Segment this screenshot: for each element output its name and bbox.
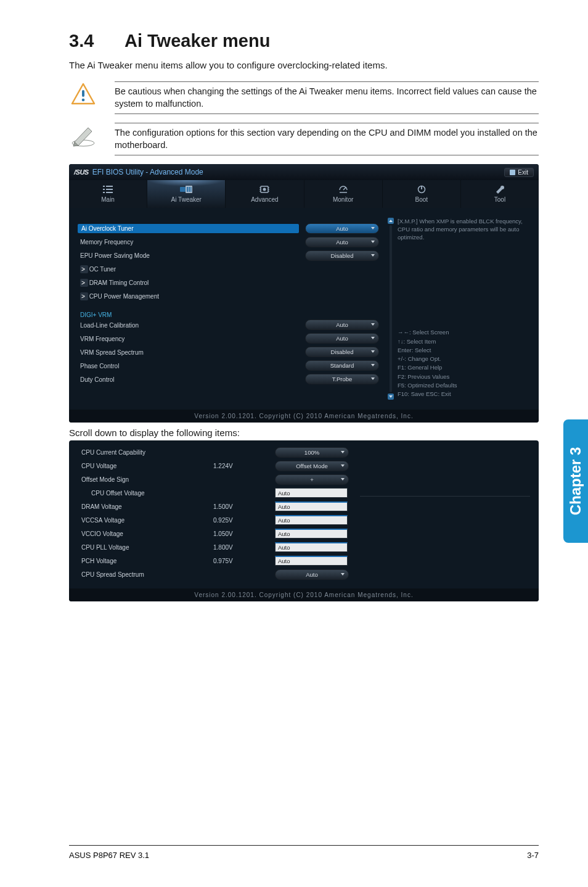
row-offset-sign[interactable]: Offset Mode Sign	[78, 476, 213, 483]
row-mem-freq[interactable]: Memory Frequency	[78, 239, 299, 245]
val-ai-overclock[interactable]: Auto	[305, 223, 379, 234]
svg-marker-29	[389, 220, 393, 222]
svg-rect-10	[103, 192, 105, 193]
svg-point-18	[263, 188, 266, 191]
tab-main-label: Main	[69, 196, 147, 203]
val-epu[interactable]: Disabled	[305, 250, 379, 261]
val-offset-sign[interactable]: +	[275, 474, 349, 485]
form-area: Ai Overclock Tuner Memory Frequency EPU …	[78, 215, 299, 398]
tab-main[interactable]: Main	[69, 180, 147, 208]
tool-icon	[461, 184, 539, 195]
bios-footer-2: Version 2.00.1201. Copyright (C) 2010 Am…	[69, 588, 539, 601]
scroll-caption: Scroll down to display the following ite…	[69, 427, 539, 438]
pencil-icon	[69, 123, 97, 147]
row-duty[interactable]: Duty Control	[78, 376, 299, 383]
divider	[360, 496, 530, 497]
val-mem-freq[interactable]: Auto	[305, 237, 379, 247]
caution-text: Be cautious when changing the settings o…	[115, 81, 539, 114]
row-cpu-cc[interactable]: CPU Current Capability	[78, 449, 213, 456]
intro-text: The Ai Tweaker menu items allow you to c…	[69, 60, 539, 70]
row-vrmf[interactable]: VRM Frequency	[78, 336, 299, 342]
svg-line-25	[343, 188, 346, 190]
input-dram-voltage[interactable]: Auto	[275, 501, 348, 511]
tab-boot[interactable]: Boot	[383, 180, 461, 208]
row-dram[interactable]: DRAM Timing Control	[78, 279, 299, 286]
scroll-down-icon[interactable]	[388, 394, 394, 400]
svg-rect-12	[180, 187, 186, 192]
row-vccio[interactable]: VCCIO Voltage	[78, 530, 213, 537]
svg-rect-14	[187, 187, 188, 192]
section-digi-vrm: DIGI+ VRM	[78, 309, 299, 318]
scroll-track[interactable]	[390, 225, 392, 392]
val-llc[interactable]: Auto	[305, 320, 379, 330]
page-footer: ASUS P8P67 REV 3.1 3-7	[69, 845, 539, 860]
input-vccio[interactable]: Auto	[275, 529, 348, 538]
svg-rect-15	[189, 187, 190, 192]
row-phase[interactable]: Phase Control	[78, 363, 299, 369]
power-icon	[383, 184, 460, 195]
val-dram-current: 1.500V	[213, 503, 275, 510]
row-dram-voltage[interactable]: DRAM Voltage	[78, 503, 213, 510]
help-text: [X.M.P.] When XMP is enabled BLCK freque…	[398, 215, 530, 241]
val-cpu-voltage[interactable]: Offset Mode	[275, 461, 349, 471]
caution-note: Be cautious when changing the settings o…	[69, 81, 539, 114]
svg-rect-7	[106, 186, 113, 187]
page-heading: 3.4Ai Tweaker menu	[69, 31, 539, 51]
heading-title: Ai Tweaker menu	[125, 31, 270, 51]
row-ai-overclock[interactable]: Ai Overclock Tuner	[78, 224, 299, 233]
val-vrmf[interactable]: Auto	[305, 333, 379, 344]
bios-titlebar: /SUS EFI BIOS Utility - Advanced Mode Ex…	[69, 164, 539, 180]
svg-rect-9	[106, 189, 113, 190]
scrollbar[interactable]	[388, 218, 393, 400]
row-cpu-pll[interactable]: CPU PLL Voltage	[78, 544, 213, 551]
input-vccsa[interactable]: Auto	[275, 515, 348, 525]
chapter-label: Chapter 3	[567, 447, 584, 516]
row-pch[interactable]: PCH Voltage	[78, 558, 213, 564]
val-phase[interactable]: Standard	[305, 360, 379, 371]
input-cpu-offset[interactable]: Auto	[275, 488, 348, 498]
svg-rect-6	[103, 186, 105, 187]
val-vrmss[interactable]: Disabled	[305, 347, 379, 357]
footer-page-number: 3-7	[527, 851, 539, 860]
scroll-up-icon[interactable]	[388, 218, 394, 224]
chip-icon	[226, 184, 303, 195]
val-cpu-voltage-current: 1.224V	[213, 463, 275, 469]
row-cpu-offset[interactable]: CPU Offset Voltage	[78, 490, 213, 497]
val-duty[interactable]: T.Probe	[305, 374, 379, 384]
info-note: The configuration options for this secti…	[69, 123, 539, 155]
tab-monitor[interactable]: Monitor	[304, 180, 383, 208]
row-cpu-voltage[interactable]: CPU Voltage	[78, 463, 213, 469]
exit-label: Exit	[518, 169, 528, 176]
svg-marker-30	[389, 395, 393, 398]
val-cpu-cc[interactable]: 100%	[275, 447, 349, 458]
info-text: The configuration options for this secti…	[115, 123, 539, 155]
val-cpu-ss[interactable]: Auto	[275, 569, 349, 580]
row-llc[interactable]: Load-Line Calibration	[78, 322, 299, 329]
tab-bar: Main Ai Tweaker Advanced Monitor	[69, 180, 539, 208]
bios-footer: Version 2.00.1201. Copyright (C) 2010 Am…	[69, 410, 539, 423]
warning-icon	[69, 81, 97, 106]
val-pch-current: 0.975V	[213, 558, 275, 564]
list-icon	[69, 184, 147, 195]
value-column: Auto Auto Disabled Auto Auto Disabled St…	[305, 215, 391, 398]
tab-advanced[interactable]: Advanced	[226, 180, 304, 208]
svg-rect-16	[190, 187, 192, 192]
row-epu[interactable]: EPU Power Saving Mode	[78, 252, 299, 259]
tab-ai-label: Ai Tweaker	[147, 196, 225, 203]
input-pch[interactable]: Auto	[275, 556, 348, 566]
input-cpu-pll[interactable]: Auto	[275, 542, 348, 552]
row-vrmss[interactable]: VRM Spread Spectrum	[78, 349, 299, 356]
monitor-icon	[304, 184, 382, 195]
svg-rect-8	[103, 189, 105, 190]
row-cpu-pm[interactable]: CPU Power Management	[78, 293, 299, 300]
brand-logo: /SUS	[74, 168, 89, 176]
exit-button[interactable]: Exit	[504, 168, 534, 177]
tab-tool[interactable]: Tool	[461, 180, 539, 208]
tab-ai-tweaker[interactable]: Ai Tweaker	[147, 180, 226, 208]
svg-rect-11	[106, 192, 113, 193]
row-cpu-ss[interactable]: CPU Spread Spectrum	[78, 571, 213, 578]
row-oc-tuner[interactable]: OC Tuner	[78, 266, 299, 273]
bios-title: EFI BIOS Utility - Advanced Mode	[92, 168, 203, 176]
row-vccsa[interactable]: VCCSA Voltage	[78, 517, 213, 524]
val-pll-current: 1.800V	[213, 544, 275, 551]
